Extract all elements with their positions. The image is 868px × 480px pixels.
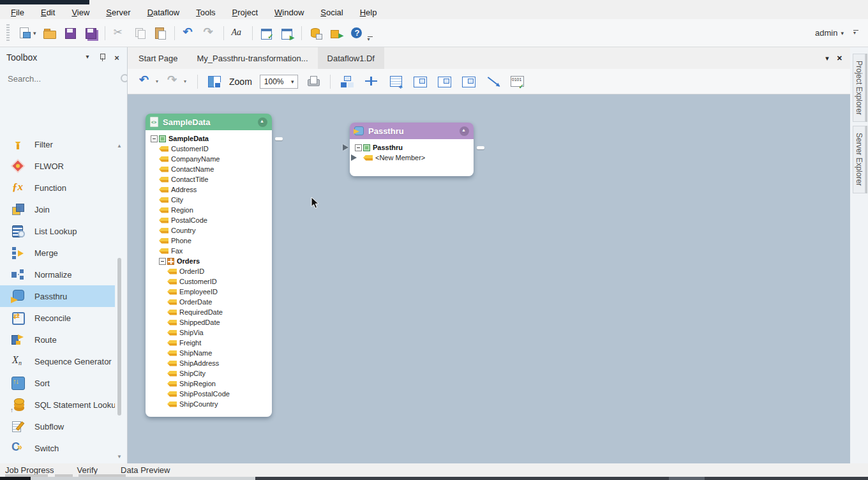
dataflow-toolbar-icon[interactable] (437, 75, 452, 89)
menu-item[interactable]: Window (266, 6, 312, 19)
redo-button[interactable]: ▾ (162, 73, 190, 90)
dataflow-toolbar-icon[interactable] (340, 75, 355, 89)
tree-row[interactable]: Region (149, 205, 268, 215)
toolbar-button[interactable] (179, 24, 198, 42)
menu-item[interactable]: File (3, 6, 33, 19)
status-bar-tab[interactable]: Data Preview (117, 465, 177, 475)
toolbox-item[interactable]: FLWOR (0, 155, 115, 177)
toolbar-button[interactable] (81, 24, 100, 42)
toolbar-button[interactable] (327, 24, 346, 42)
redo-dropdown-arrow[interactable]: ▾ (184, 79, 186, 84)
tree-row[interactable]: <New Member> (354, 153, 470, 163)
toolbox-item[interactable]: Normalize (0, 264, 115, 285)
tree-row[interactable]: PostalCode (149, 215, 268, 225)
menu-item[interactable]: Dataflow (139, 6, 188, 19)
zoom-select[interactable]: 100% ▾ (260, 75, 298, 89)
print-icon[interactable] (306, 75, 321, 89)
close-icon[interactable]: × (112, 53, 122, 62)
toolbar-button[interactable] (15, 24, 39, 42)
tree-row[interactable]: ShipAddress (149, 358, 268, 368)
tree-row[interactable]: ShipCity (149, 368, 268, 379)
tree-row[interactable]: ContactName (149, 164, 268, 174)
tree-row[interactable]: Country (149, 225, 268, 236)
toolbar-button[interactable] (151, 24, 170, 42)
node-sampledata-header[interactable]: SampleData (146, 114, 272, 130)
toolbar-overflow-button-right[interactable] (853, 29, 860, 38)
toolbox-item[interactable]: Switch (0, 437, 115, 459)
collapse-button[interactable] (460, 126, 469, 136)
dataflow-toolbar-icon[interactable] (509, 75, 525, 89)
tree-expander[interactable] (355, 144, 362, 151)
tree-row[interactable]: EmployeeID (149, 287, 268, 297)
undo-dropdown-arrow[interactable]: ▾ (156, 79, 158, 84)
tree-row[interactable]: ShipCountry (149, 399, 268, 409)
undo-button[interactable]: ▾ (134, 73, 162, 90)
toolbox-item[interactable]: Route (0, 329, 115, 350)
tree-row[interactable]: ShippedDate (149, 317, 268, 327)
tree-row[interactable]: ShipVia (149, 327, 268, 338)
toolbar-button[interactable] (130, 24, 149, 42)
toolbox-item[interactable]: Join (0, 199, 115, 220)
scroll-down-arrow[interactable]: ▼ (116, 454, 123, 460)
dataflow-toolbar-icon[interactable] (412, 75, 428, 89)
node-sampledata[interactable]: SampleData SampleData (146, 114, 272, 417)
tree-row[interactable]: ContactTitle (149, 174, 268, 184)
tree-row[interactable]: Fax (149, 246, 268, 256)
toolbar-button[interactable] (278, 24, 297, 42)
toolbox-item[interactable]: List Lookup (0, 220, 115, 242)
user-menu[interactable]: admin (815, 28, 844, 38)
status-bar-tab[interactable]: Job Progress (5, 465, 62, 475)
tree-expander[interactable] (159, 258, 166, 265)
tree-row[interactable]: SampleData (149, 133, 268, 144)
tree-row[interactable]: Address (149, 184, 268, 195)
dataflow-toolbar-icon[interactable] (485, 75, 500, 89)
toolbox-item[interactable]: Passthru (0, 285, 115, 307)
toolbar-button[interactable] (61, 24, 80, 42)
tree-row[interactable]: Freight (149, 338, 268, 348)
toolbar-button[interactable] (40, 24, 59, 42)
menu-item[interactable]: Edit (33, 6, 63, 19)
tree-row[interactable]: City (149, 195, 268, 205)
pin-icon[interactable] (97, 53, 107, 62)
toolbar-button[interactable] (306, 24, 326, 42)
toolbox-item[interactable]: Sequence Generator (0, 350, 115, 372)
toolbox-item[interactable]: Tree Join (0, 459, 115, 461)
scrollbar-thumb[interactable] (117, 258, 121, 416)
toolbox-item[interactable]: Function (0, 177, 115, 199)
side-panel-tab[interactable]: Server Explorer (853, 126, 865, 193)
toolbox-item[interactable]: Reconcile (0, 307, 115, 329)
chevron-down-icon[interactable]: ▾ (82, 53, 93, 62)
dataflow-canvas[interactable]: SampleData SampleData (128, 94, 850, 463)
input-port[interactable] (343, 144, 348, 151)
toolbar-overflow-button[interactable] (367, 35, 375, 44)
tab-list-chevron-icon[interactable]: ▾ (825, 54, 829, 63)
tree-row[interactable]: ShipPostalCode (149, 389, 268, 399)
layout-preview-icon[interactable] (207, 75, 222, 89)
tab-close-icon[interactable]: ✕ (837, 54, 842, 63)
tree-row[interactable]: RequiredDate (149, 307, 268, 317)
tree-row[interactable]: CustomerID (149, 276, 268, 287)
tree-row[interactable]: CustomerID (149, 144, 268, 154)
node-passthru-header[interactable]: Passthru (350, 123, 474, 139)
tree-expander[interactable] (151, 135, 158, 142)
tree-row[interactable]: Passthru (354, 142, 470, 153)
toolbar-button[interactable] (110, 24, 129, 42)
collapse-button[interactable] (258, 117, 267, 127)
tree-row[interactable]: Phone (149, 236, 268, 246)
toolbox-item[interactable]: SQL Statement Lookup (0, 394, 115, 416)
toolbar-grip[interactable] (6, 24, 10, 42)
scroll-up-arrow[interactable]: ▲ (116, 143, 123, 149)
status-bar-tab[interactable]: Verify (73, 465, 106, 475)
toolbox-item[interactable]: Merge (0, 242, 115, 264)
toolbar-button[interactable] (200, 24, 219, 42)
toolbox-scrollbar[interactable]: ▲ ▼ (116, 143, 123, 460)
tree-row[interactable]: ShipName (149, 348, 268, 358)
document-tab[interactable]: My_Passthru-transformation... (187, 47, 317, 69)
toolbox-item[interactable]: Subflow (0, 416, 115, 437)
toolbox-item[interactable]: Sort (0, 372, 115, 394)
menu-item[interactable]: Tools (188, 6, 223, 19)
zoom-dropdown-arrow[interactable]: ▾ (288, 79, 297, 85)
menu-item[interactable]: Server (98, 6, 138, 19)
dataflow-toolbar-icon[interactable] (364, 75, 379, 89)
document-tab[interactable]: Start Page (129, 47, 187, 69)
